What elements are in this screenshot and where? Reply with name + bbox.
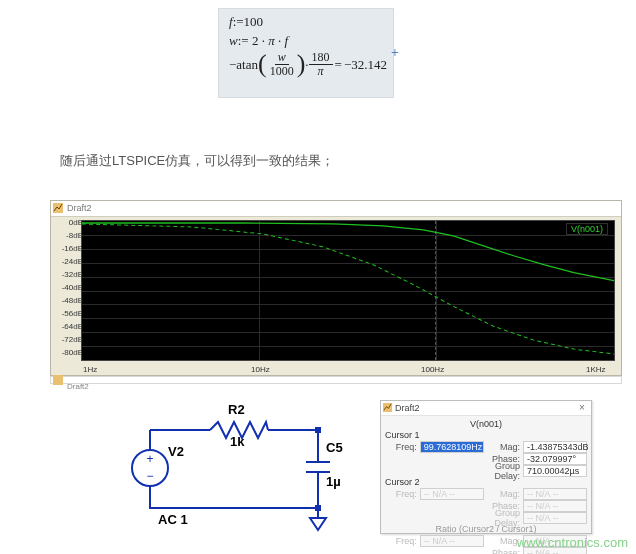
c1-freq-value[interactable]: 99.7628109Hz — [420, 441, 484, 453]
assign-op: := — [233, 14, 244, 29]
body-sentence: 随后通过LTSPICE仿真，可以得到一致的结果； — [60, 152, 334, 170]
y-tick: -40dB — [53, 283, 83, 292]
cursor-dialog[interactable]: Draft2 × V(n001) Cursor 1 Freq: 99.76281… — [380, 400, 592, 534]
c1-row-freq: Freq: 99.7628109Hz Mag: -1.43875343dB — [385, 441, 587, 452]
y-tick: -72dB — [53, 335, 83, 344]
math-w-var: w — [229, 33, 238, 48]
bode-traces — [82, 221, 614, 360]
paren-group: ( w 1000 ) — [258, 51, 305, 78]
plot-canvas[interactable]: V(n001) — [81, 220, 615, 361]
plot-titlebar[interactable]: Draft2 — [51, 201, 621, 217]
app-icon — [383, 403, 392, 412]
plot-title-text: Draft2 — [67, 203, 92, 213]
schematic-svg: + − — [118, 400, 350, 540]
fraction-w-1000: w 1000 — [267, 51, 297, 78]
svg-text:−: − — [146, 469, 153, 483]
neg-atan: −atan — [229, 58, 258, 71]
c2-gdelay-value: -- N/A -- — [523, 512, 587, 524]
gdelay-label: Group Delay: — [477, 461, 523, 481]
c2-mag-value: -- N/A -- — [523, 488, 587, 500]
x-tick: 100Hz — [421, 365, 444, 374]
y-tick: 0dB — [53, 218, 83, 227]
r2-value: 1k — [230, 434, 244, 449]
c5-value: 1µ — [326, 474, 341, 489]
dot-op: · — [262, 33, 265, 48]
y-tick: -24dB — [53, 257, 83, 266]
v2-value: AC 1 — [158, 512, 188, 527]
y-tick: -16dB — [53, 244, 83, 253]
x-tick: 1KHz — [586, 365, 606, 374]
app-icon — [53, 375, 63, 385]
math-f-var: f — [284, 33, 288, 48]
x-tick: 1Hz — [83, 365, 97, 374]
math-line-2: w:= 2 · π · f — [229, 34, 383, 47]
y-tick: -64dB — [53, 322, 83, 331]
c1-gdelay-value[interactable]: 710.00042µs — [523, 465, 587, 477]
svg-rect-9 — [315, 505, 321, 511]
dialog-heading: V(n001) — [385, 419, 587, 429]
dialog-title-text: Draft2 — [395, 403, 420, 413]
x-tick: 10Hz — [251, 365, 270, 374]
fraction-180-pi: 180 π — [309, 51, 333, 78]
dialog-titlebar[interactable]: Draft2 × — [381, 401, 591, 416]
math-block: f:=100 w:= 2 · π · f −atan ( w 1000 ) · … — [218, 8, 394, 98]
ratio-label: Ratio (Cursor2 / Cursor1) — [385, 524, 587, 534]
close-icon[interactable]: × — [575, 402, 589, 413]
math-line-3: −atan ( w 1000 ) · 180 π = −32.142 — [229, 51, 383, 78]
result-value: −32.142 — [344, 58, 387, 71]
freq-label: Freq: — [385, 442, 420, 452]
svg-rect-10 — [315, 427, 321, 433]
subplot-titlebar[interactable]: Draft2 — [50, 376, 622, 384]
c1-mag-value[interactable]: -1.43875343dB — [523, 441, 587, 453]
y-tick: -8dB — [53, 231, 83, 240]
c2-phase-value: -- N/A -- — [523, 500, 587, 512]
two: 2 — [252, 33, 259, 48]
svg-text:+: + — [146, 452, 153, 466]
y-tick: -80dB — [53, 348, 83, 357]
r2-label: R2 — [228, 402, 245, 417]
mag-label: Mag: — [484, 442, 523, 452]
cursor1-label: Cursor 1 — [385, 430, 587, 440]
bode-plot-window: Draft2 0dB -8dB -16dB -24dB -32dB -40dB … — [50, 200, 622, 376]
c5-label: C5 — [326, 440, 343, 455]
v2-label: V2 — [168, 444, 184, 459]
subplot-title-text: Draft2 — [67, 382, 89, 391]
svg-rect-1 — [53, 375, 63, 385]
y-tick: -48dB — [53, 296, 83, 305]
math-line-1: f:=100 — [229, 15, 383, 28]
dot-op: · — [278, 33, 281, 48]
c2-row-gdelay: Group Delay: -- N/A -- — [385, 512, 587, 523]
y-tick: -32dB — [53, 270, 83, 279]
app-icon — [53, 203, 63, 213]
c2-freq-value: -- N/A -- — [420, 488, 484, 500]
pi: π — [268, 33, 275, 48]
watermark: www.cntronics.com — [517, 535, 628, 550]
c1-row-gdelay: Group Delay: 710.00042µs — [385, 465, 587, 476]
c1-phase-value[interactable]: -32.079997° — [523, 453, 587, 465]
schematic: + − R2 1k C5 1µ V2 AC 1 — [118, 400, 350, 540]
plus-cursor-icon: + — [391, 45, 399, 61]
equals: = — [335, 58, 342, 71]
math-f-val: 100 — [244, 14, 264, 29]
y-tick: -56dB — [53, 309, 83, 318]
c2-row-freq: Freq: -- N/A -- Mag: -- N/A -- — [385, 488, 587, 499]
assign-op: := — [238, 33, 249, 48]
